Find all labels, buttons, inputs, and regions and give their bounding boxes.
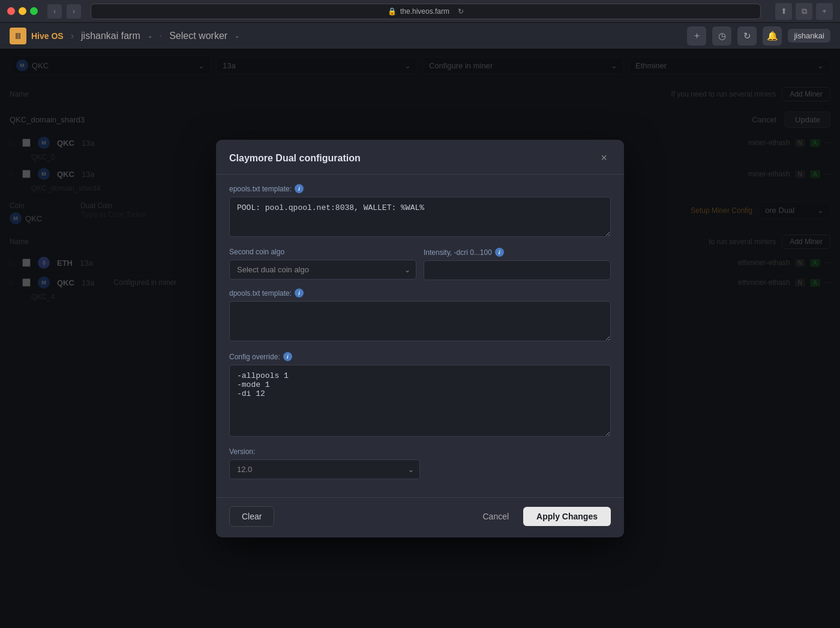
dpools-label: dpools.txt template: i bbox=[229, 289, 611, 298]
dpools-label-text: dpools.txt template: bbox=[229, 289, 292, 298]
titlebar-right-buttons: ⬆ ⧉ + bbox=[775, 3, 833, 20]
clock-icon-button[interactable]: ◷ bbox=[712, 26, 731, 46]
second-coin-intensity-row: Second coin algo Select dual coin algo ⌄… bbox=[229, 248, 611, 280]
titlebar: ‹ › 🔒 the.hiveos.farm ↻ ⬆ ⧉ + bbox=[0, 0, 840, 23]
modal-header: Claymore Dual configuration × bbox=[216, 140, 624, 175]
worker-label[interactable]: Select worker bbox=[169, 31, 227, 41]
epools-label-text: epools.txt template: bbox=[229, 185, 292, 193]
address-bar[interactable]: 🔒 the.hiveos.farm ↻ bbox=[91, 4, 761, 19]
share-button[interactable]: ⬆ bbox=[775, 3, 792, 20]
config-override-section: Config override: i -allpools 1 -mode 1 -… bbox=[229, 352, 611, 439]
config-override-info-icon[interactable]: i bbox=[283, 352, 292, 361]
bell-icon-button[interactable]: 🔔 bbox=[763, 26, 782, 46]
version-col: Version: 12.0 11.9 11.8 11.6 ⌄ bbox=[229, 447, 420, 479]
config-override-label-text: Config override: bbox=[229, 353, 280, 361]
dpools-textarea[interactable] bbox=[229, 301, 611, 341]
epools-section: epools.txt template: i POOL: pool.qpool.… bbox=[229, 184, 611, 239]
intensity-info-icon[interactable]: i bbox=[495, 248, 504, 257]
second-coin-label: Second coin algo bbox=[229, 248, 416, 256]
version-label-text: Version: bbox=[229, 447, 255, 456]
version-select[interactable]: 12.0 11.9 11.8 11.6 bbox=[229, 459, 420, 479]
refresh-icon-button[interactable]: ↻ bbox=[737, 26, 757, 46]
add-icon-button[interactable]: ＋ bbox=[687, 26, 706, 46]
config-override-label: Config override: i bbox=[229, 352, 611, 361]
traffic-lights bbox=[7, 7, 38, 15]
clear-button[interactable]: Clear bbox=[229, 506, 274, 527]
second-coin-col: Second coin algo Select dual coin algo ⌄ bbox=[229, 248, 416, 280]
second-coin-label-text: Second coin algo bbox=[229, 248, 284, 256]
footer-right: Cancel Apply Changes bbox=[475, 507, 611, 526]
intensity-input[interactable] bbox=[424, 260, 611, 280]
second-coin-select[interactable]: Select dual coin algo bbox=[229, 260, 416, 280]
modal-overlay: Claymore Dual configuration × epools.txt… bbox=[0, 49, 840, 628]
dpools-info-icon[interactable]: i bbox=[295, 289, 304, 298]
version-select-wrapper: 12.0 11.9 11.8 11.6 ⌄ bbox=[229, 459, 420, 479]
epools-info-icon[interactable]: i bbox=[295, 184, 304, 193]
intensity-col: Intensity, -dcri 0...100 i bbox=[424, 248, 611, 280]
version-row: Version: 12.0 11.9 11.8 11.6 ⌄ bbox=[229, 447, 611, 479]
modal-footer: Clear Cancel Apply Changes bbox=[216, 497, 624, 537]
app-header: ||| Hive OS › jishankai farm ⌄ · Select … bbox=[0, 23, 840, 49]
lock-icon: 🔒 bbox=[388, 7, 397, 16]
main-content: M QKC ⌄ 13a ⌄ Configure in miner ⌄ bbox=[0, 49, 840, 628]
logo-text: Hive OS bbox=[31, 31, 64, 41]
url-text: the.hiveos.farm bbox=[400, 7, 449, 16]
claymore-dual-modal: Claymore Dual configuration × epools.txt… bbox=[216, 140, 624, 537]
apply-changes-button[interactable]: Apply Changes bbox=[523, 507, 611, 526]
logo-icon: ||| bbox=[10, 28, 26, 44]
modal-close-button[interactable]: × bbox=[597, 151, 611, 166]
farm-name[interactable]: jishankai farm bbox=[81, 31, 140, 41]
config-override-textarea[interactable]: -allpools 1 -mode 1 -di 12 bbox=[229, 365, 611, 437]
intensity-label-text: Intensity, -dcri 0...100 bbox=[424, 248, 492, 257]
forward-button[interactable]: › bbox=[67, 4, 81, 19]
minimize-traffic-light[interactable] bbox=[19, 7, 26, 15]
farm-chevron: ⌄ bbox=[148, 32, 152, 39]
second-coin-select-wrapper: Select dual coin algo ⌄ bbox=[229, 260, 416, 280]
modal-title: Claymore Dual configuration bbox=[229, 153, 361, 164]
dpools-section: dpools.txt template: i bbox=[229, 289, 611, 344]
breadcrumb-sep1: › bbox=[71, 31, 74, 41]
user-badge[interactable]: jishankai bbox=[788, 29, 830, 43]
add-tab-button[interactable]: + bbox=[816, 3, 833, 20]
worker-chevron: ⌄ bbox=[235, 32, 239, 39]
hive-logo: ||| Hive OS bbox=[10, 28, 64, 44]
header-actions: ＋ ◷ ↻ 🔔 jishankai bbox=[687, 26, 830, 46]
modal-body: epools.txt template: i POOL: pool.qpool.… bbox=[216, 175, 624, 497]
fullscreen-traffic-light[interactable] bbox=[30, 7, 38, 15]
epools-textarea[interactable]: POOL: pool.qpool.net:8038, WALLET: %WAL% bbox=[229, 197, 611, 237]
close-traffic-light[interactable] bbox=[7, 7, 15, 15]
reload-icon[interactable]: ↻ bbox=[458, 7, 464, 16]
breadcrumb-sep2: · bbox=[160, 31, 162, 41]
intensity-label: Intensity, -dcri 0...100 i bbox=[424, 248, 611, 257]
split-button[interactable]: ⧉ bbox=[796, 3, 812, 20]
version-label: Version: bbox=[229, 447, 420, 456]
epools-label: epools.txt template: i bbox=[229, 184, 611, 193]
cancel-button-modal[interactable]: Cancel bbox=[475, 507, 518, 526]
back-button[interactable]: ‹ bbox=[47, 4, 62, 19]
